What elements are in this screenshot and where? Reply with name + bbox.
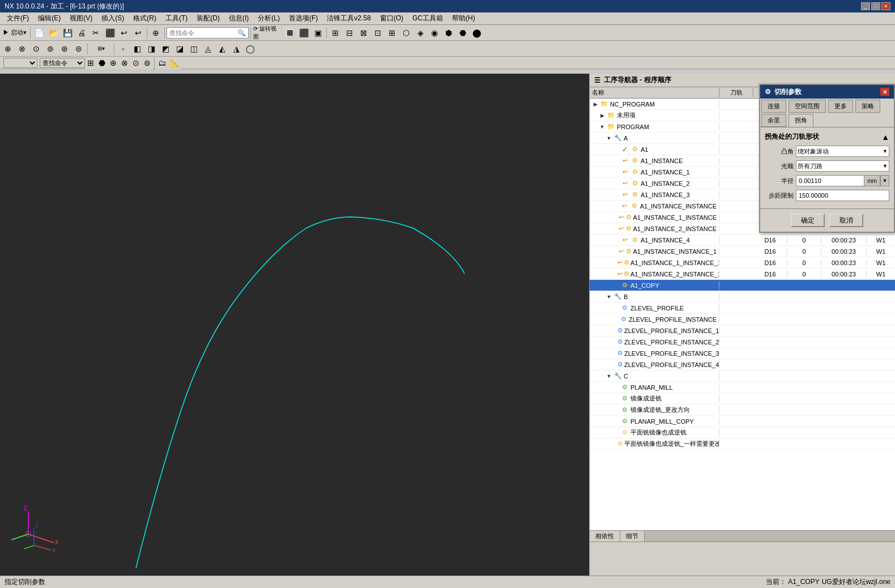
tree-row-a1-inst2-inst-1[interactable]: ▶ ↩ ⚙ A1_INSTANCE_2_INSTANCE_1 D16 0 00:… bbox=[590, 269, 895, 280]
select-convex[interactable]: 绕对象滚动 ▼ bbox=[796, 146, 889, 157]
tree-row-zlevel-inst-1[interactable]: ▶ ⚙ ZLEVEL_PROFILE_INSTANCE_1 bbox=[590, 325, 895, 336]
expand-a[interactable]: ▼ bbox=[606, 135, 612, 142]
menu-tools[interactable]: 工具(T) bbox=[161, 12, 192, 24]
tb3-btn-6[interactable]: ⊚ bbox=[142, 57, 153, 69]
tab-details[interactable]: 细节 bbox=[620, 531, 645, 542]
tb2-btn-15[interactable]: ◭ bbox=[215, 42, 229, 55]
tb2-btn-2[interactable]: ⊗ bbox=[15, 42, 29, 55]
viewport[interactable]: Z X X Z bbox=[0, 74, 589, 576]
tree-row-planar-mill-copy[interactable]: ▶ ⚙ PLANAR_MILL_COPY bbox=[590, 416, 895, 427]
tree-row-mirror2[interactable]: ▶ ⚙ 镜像成逆铣_更改方向 bbox=[590, 404, 895, 416]
dialog-close-button[interactable]: ✕ bbox=[880, 88, 889, 96]
dialog-ok-button[interactable]: 确定 bbox=[791, 214, 825, 227]
tb-btn-16[interactable]: ⊡ bbox=[371, 27, 385, 39]
dialog-cancel-button[interactable]: 取消 bbox=[829, 214, 863, 227]
menu-analysis[interactable]: 分析(L) bbox=[253, 12, 284, 24]
tb2-btn-4[interactable]: ⊚ bbox=[44, 42, 57, 55]
search-input[interactable] bbox=[169, 29, 237, 36]
tree-row-zlevel[interactable]: ▶ ⚙ ZLEVEL_PROFILE bbox=[590, 302, 895, 314]
menu-assembly[interactable]: 装配(D) bbox=[192, 12, 224, 24]
tb3-btn-7[interactable]: 🗂 bbox=[156, 57, 168, 69]
close-button[interactable]: ✕ bbox=[881, 2, 890, 10]
tb2-btn-5[interactable]: ⊛ bbox=[58, 42, 71, 55]
tb-btn-23[interactable]: ⬤ bbox=[470, 27, 484, 39]
tb2-btn-8[interactable]: ◦ bbox=[116, 42, 130, 55]
menu-window[interactable]: 窗口(O) bbox=[376, 12, 408, 24]
tb2-btn-13[interactable]: ◫ bbox=[187, 42, 201, 55]
tab-dependency[interactable]: 相依性 bbox=[590, 531, 620, 542]
tab-space[interactable]: 空间范围 bbox=[789, 100, 826, 113]
tree-row-zlevel-inst-4[interactable]: ▶ ⚙ ZLEVEL_PROFILE_INSTANCE_4 bbox=[590, 359, 895, 370]
tab-corner[interactable]: 拐角 bbox=[789, 114, 813, 127]
expand-program[interactable]: ▼ bbox=[599, 123, 606, 130]
tree-row-b[interactable]: ▼ 🔧 B bbox=[590, 291, 895, 302]
tree-row-a1-inst-4[interactable]: ▶ ↩ ⚙ A1_INSTANCE_4 D16 0 00:00:23 W1 bbox=[590, 235, 895, 246]
expand-unused[interactable]: ▶ bbox=[599, 112, 606, 119]
tb-btn-22[interactable]: ⬣ bbox=[456, 27, 470, 39]
tb2-btn-11[interactable]: ◩ bbox=[159, 42, 172, 55]
open-button[interactable]: 📂 bbox=[46, 27, 60, 39]
tb3-btn-1[interactable]: ⊞ bbox=[85, 57, 96, 69]
tb-btn-7[interactable]: ↩ bbox=[117, 27, 131, 39]
tb2-btn-6[interactable]: ⊜ bbox=[72, 42, 86, 55]
tb-btn-13[interactable]: ⊞ bbox=[329, 27, 342, 39]
tb-btn-6[interactable]: ⬛ bbox=[103, 27, 117, 39]
tb2-btn-17[interactable]: ◯ bbox=[244, 42, 257, 55]
tb-btn-17[interactable]: ⊞ bbox=[385, 27, 399, 39]
menu-info[interactable]: 信息(I) bbox=[224, 12, 253, 24]
tb3-btn-3[interactable]: ⊕ bbox=[108, 57, 119, 69]
tree-row-c[interactable]: ▼ 🔧 C bbox=[590, 370, 895, 382]
tb3-btn-4[interactable]: ⊗ bbox=[119, 57, 130, 69]
tree-row-zlevel-inst-2[interactable]: ▶ ⚙ ZLEVEL_PROFILE_INSTANCE_2 bbox=[590, 336, 895, 348]
menu-format[interactable]: 格式(R) bbox=[129, 12, 161, 24]
menu-gctoolbox[interactable]: GC工具箱 bbox=[408, 12, 448, 24]
tb-btn-11[interactable]: ⬛ bbox=[297, 27, 310, 39]
tb-btn-18[interactable]: ⬡ bbox=[399, 27, 413, 39]
tb-btn-8[interactable]: ↩ bbox=[131, 27, 145, 39]
tb2-btn-9[interactable]: ◧ bbox=[130, 42, 144, 55]
expand-b[interactable]: ▼ bbox=[606, 293, 612, 300]
input-stepmax[interactable]: 150.00000 bbox=[796, 190, 889, 201]
layer-select[interactable] bbox=[3, 58, 37, 68]
tb-btn-19[interactable]: ◈ bbox=[414, 27, 427, 39]
tb3-btn-5[interactable]: ⊙ bbox=[130, 57, 142, 69]
tree-row-a1-copy[interactable]: ▶ ⚙ A1_COPY bbox=[590, 280, 895, 291]
tab-remaining[interactable]: 余里 bbox=[761, 114, 786, 127]
tab-connect[interactable]: 连接 bbox=[761, 100, 786, 113]
tb2-btn-14[interactable]: ◬ bbox=[201, 42, 215, 55]
rotate-view-button[interactable]: ⟳ 旋转视图 bbox=[253, 27, 282, 39]
menu-help[interactable]: 帮助(H) bbox=[448, 12, 480, 24]
tree-row-a1-inst1-inst-1[interactable]: ▶ ↩ ⚙ A1_INSTANCE_1_INSTANCE_1 D16 0 00:… bbox=[590, 257, 895, 269]
tb-btn-20[interactable]: ◉ bbox=[428, 27, 441, 39]
input-radius[interactable]: 0.00110 bbox=[796, 175, 864, 186]
menu-file[interactable]: 文件(F) bbox=[2, 12, 33, 24]
tree-row-mirror1[interactable]: ▶ ⚙ 镜像成逆铣 bbox=[590, 393, 895, 404]
tree-row-planar-mirror2[interactable]: ▶ ⚙ 平面铣镜像也成逆铣_一样需要更改切... bbox=[590, 438, 895, 450]
unit-dropdown-radius[interactable]: ▼ bbox=[880, 175, 889, 186]
tb2-btn-10[interactable]: ◨ bbox=[144, 42, 158, 55]
menu-edit[interactable]: 编辑(E) bbox=[33, 12, 65, 24]
menu-insert[interactable]: 插入(S) bbox=[97, 12, 129, 24]
menu-preferences[interactable]: 首选项(F) bbox=[284, 12, 322, 24]
tb3-btn-2[interactable]: ⬣ bbox=[96, 57, 108, 69]
tb2-btn-1[interactable]: ⊕ bbox=[1, 42, 15, 55]
tb-btn-12[interactable]: ▣ bbox=[311, 27, 325, 39]
menu-view[interactable]: 视图(V) bbox=[65, 12, 97, 24]
tab-more[interactable]: 更多 bbox=[828, 100, 853, 113]
expand-c[interactable]: ▼ bbox=[606, 373, 612, 380]
tb2-btn-12[interactable]: ◪ bbox=[173, 42, 186, 55]
tb-btn-14[interactable]: ⊟ bbox=[343, 27, 356, 39]
start-button[interactable]: ▶ 启动▾ bbox=[1, 27, 28, 39]
tb2-btn-7[interactable]: ⊞▾ bbox=[90, 42, 112, 55]
tb-btn-9[interactable]: ⊕ bbox=[149, 27, 163, 39]
tree-row-a1-inst-inst-1[interactable]: ▶ ↩ ⚙ A1_INSTANCE_INSTANCE_1 D16 0 00:00… bbox=[590, 246, 895, 257]
tb-btn-5[interactable]: ✂ bbox=[89, 27, 103, 39]
expand-nc-program[interactable]: ▶ bbox=[592, 101, 599, 108]
minimize-button[interactable]: _ bbox=[861, 2, 870, 10]
print-button[interactable]: 🖨 bbox=[75, 27, 88, 39]
tree-row-zlevel-inst-3[interactable]: ▶ ⚙ ZLEVEL_PROFILE_INSTANCE_3 bbox=[590, 348, 895, 359]
menu-cleantool[interactable]: 洁锋工具v2.58 bbox=[322, 12, 375, 24]
new-button[interactable]: 📄 bbox=[32, 27, 46, 39]
tb2-btn-16[interactable]: ◮ bbox=[229, 42, 243, 55]
tb2-btn-3[interactable]: ⊙ bbox=[29, 42, 43, 55]
